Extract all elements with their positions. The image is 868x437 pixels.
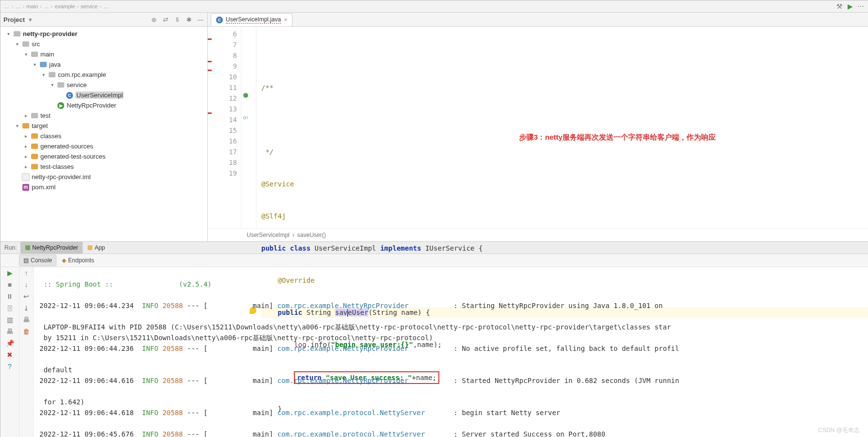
- run-gutter-icon[interactable]: [243, 93, 248, 98]
- run-toolbar: ▶ ■ ⏸ ⍐ ▥ 🖶 📌 ✖ ?: [0, 267, 19, 437]
- tree-classes[interactable]: classes: [40, 132, 61, 140]
- tree-iml[interactable]: netty-rpc-provider.iml: [32, 173, 90, 181]
- up-icon[interactable]: ↑: [22, 269, 30, 277]
- pin-icon[interactable]: 📌: [6, 339, 14, 347]
- expand-all-icon[interactable]: ⇄: [162, 16, 169, 23]
- tree-pkg[interactable]: com.rpc.example: [58, 71, 106, 78]
- tree-service[interactable]: service: [67, 81, 87, 89]
- crumb-item[interactable]: …: [4, 3, 10, 9]
- hide-icon[interactable]: —: [197, 16, 204, 23]
- help-icon[interactable]: ?: [6, 363, 14, 370]
- tree-main[interactable]: main: [40, 51, 54, 58]
- run-tab-nettyrpcprovider[interactable]: NettyRpcProvider: [20, 242, 83, 254]
- build-icon[interactable]: ⚒: [835, 2, 843, 10]
- run-icon[interactable]: ▶: [846, 2, 854, 10]
- down-icon[interactable]: ↓: [22, 281, 30, 289]
- project-tool-window: Project ▾ ⊕ ⇄ ⥮ ✱ — ▾netty-rpc-provider …: [0, 13, 208, 241]
- editor-tab[interactable]: C UserServiceImpl.java ×: [211, 13, 292, 26]
- console-line: 2022-12-11 09:06:44.234 INFO 20588 --- […: [39, 300, 868, 311]
- more-icon[interactable]: ⋯: [857, 2, 865, 10]
- select-opened-file-icon[interactable]: ⊕: [150, 16, 158, 23]
- project-tree[interactable]: ▾netty-rpc-provider ▾src ▾main ▾java ▾co…: [0, 27, 207, 241]
- print-icon[interactable]: 🖶: [6, 328, 14, 335]
- console-tab[interactable]: ▤Console: [19, 255, 56, 266]
- console-line: 2022-12-11 09:06:44.618 INFO 20588 --- […: [39, 407, 868, 418]
- endpoints-tab[interactable]: ◆Endpoints: [57, 255, 98, 266]
- tree-userserviceimpl[interactable]: UserServiceImpl: [75, 91, 124, 99]
- clear-icon[interactable]: 🗑: [22, 328, 30, 335]
- run-tool-window: Run: NettyRpcProvider App ▤Console ◆Endp…: [0, 241, 868, 437]
- override-gutter-icon[interactable]: o↑: [243, 114, 249, 120]
- navigation-breadcrumb: …› …› main› …› example› service› … ⚒ ▶ ⋯: [0, 0, 868, 13]
- tree-root[interactable]: netty-rpc-provider: [23, 30, 77, 37]
- editor-tabs: C UserServiceImpl.java ×: [208, 13, 868, 27]
- tab-filename: UserServiceImpl.java: [226, 16, 281, 24]
- line-gutter: 678910111213141516171819: [208, 27, 241, 228]
- console-line: 2022-12-11 09:06:45.676 INFO 20588 --- […: [39, 429, 868, 437]
- console-line: :: Spring Boot :: (v2.5.4): [39, 280, 212, 288]
- project-panel-title: Project: [3, 16, 25, 23]
- console-line: 2022-12-11 09:06:44.616 INFO 20588 --- […: [39, 375, 868, 386]
- tree-test[interactable]: test: [40, 112, 51, 119]
- rerun-icon[interactable]: ▶: [6, 269, 14, 277]
- crumb-item[interactable]: …: [44, 3, 49, 9]
- tree-pom[interactable]: pom.xml: [32, 183, 55, 191]
- console-line: 2022-12-11 09:06:44.236 INFO 20588 --- […: [39, 343, 868, 354]
- console-toolbar: ↑ ↓ ↩ ⤓ 🖶 🗑: [19, 267, 34, 437]
- soft-wrap-icon[interactable]: ↩: [22, 292, 30, 300]
- tree-gentestsrc[interactable]: generated-test-sources: [40, 153, 106, 160]
- tree-java[interactable]: java: [49, 61, 61, 68]
- settings-icon[interactable]: ✱: [185, 16, 193, 23]
- scroll-end-icon[interactable]: ⤓: [22, 304, 30, 312]
- collapse-all-icon[interactable]: ⥮: [173, 16, 181, 23]
- tree-testcls[interactable]: test-classes: [40, 163, 74, 170]
- console-line: default: [39, 366, 72, 374]
- tree-src[interactable]: src: [32, 40, 40, 48]
- close-icon[interactable]: ×: [284, 17, 287, 23]
- tree-target[interactable]: target: [32, 122, 48, 129]
- gutter-markers: o↑: [241, 27, 256, 228]
- run-label: Run:: [0, 244, 20, 251]
- crumb-item[interactable]: example: [55, 3, 75, 9]
- crumb-item[interactable]: …: [16, 3, 21, 9]
- tree-nettyrpcprovider[interactable]: NettyRpcProvider: [67, 102, 116, 109]
- console-line: LAPTOP-BL9FAII4 with PID 20588 (C:\Users…: [39, 323, 671, 331]
- annotation-text: 步骤3：netty服务端再次发送一个字符串给客户端，作为响应: [519, 132, 716, 143]
- console-output[interactable]: :: Spring Boot :: (v2.5.4) 2022-12-11 09…: [34, 267, 868, 437]
- crumb-item[interactable]: …: [103, 3, 108, 9]
- console-line: for 1.642): [39, 398, 85, 406]
- console-icon: ▤: [23, 257, 29, 264]
- print2-icon[interactable]: 🖶: [22, 316, 30, 324]
- crumb-item[interactable]: main: [26, 3, 38, 9]
- stop-icon[interactable]: ■: [6, 281, 14, 289]
- crumb-item[interactable]: service: [81, 3, 98, 9]
- layout-icon[interactable]: ▥: [6, 316, 14, 324]
- run-tab-app[interactable]: App: [83, 242, 109, 254]
- editor[interactable]: 678910111213141516171819 o↑ /** */ @Serv…: [208, 27, 868, 228]
- code-area[interactable]: /** */ @Service @Slf4j public class User…: [256, 27, 868, 228]
- endpoints-icon: ◆: [62, 257, 66, 264]
- pause-icon[interactable]: ⏸: [6, 292, 14, 300]
- exit-icon[interactable]: ✖: [6, 351, 14, 359]
- dump-icon[interactable]: ⍐: [6, 304, 14, 312]
- console-line: by 15211 in C:\Users\15211\Downloads\net…: [39, 334, 433, 342]
- tree-gensrc[interactable]: generated-sources: [40, 143, 93, 150]
